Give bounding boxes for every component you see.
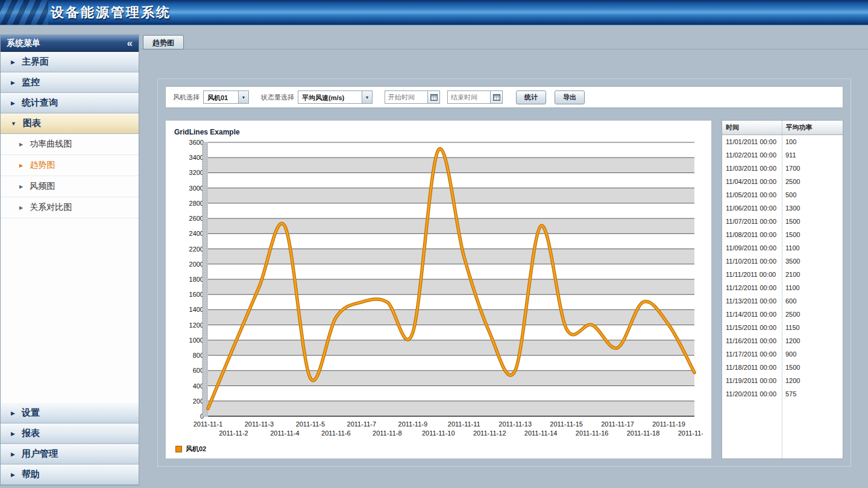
chevron-right-icon: ▶ <box>11 100 15 106</box>
table-row[interactable]: 11/04/2011 00:002500 <box>722 175 843 188</box>
chevron-right-icon: ▶ <box>11 410 15 416</box>
cell-power: 1200 <box>782 374 843 387</box>
chevron-right-icon: ▶ <box>19 163 23 168</box>
layout: 系统菜单 « ▶主界面▶监控▶统计查询▼图表 ▶功率曲线图▶趋势图▶风频图▶关系… <box>0 25 868 488</box>
sidebar-header: 系统菜单 « <box>1 35 139 52</box>
table-row[interactable]: 11/11/2011 00:002100 <box>722 268 843 281</box>
svg-text:2011-11-14: 2011-11-14 <box>524 429 558 437</box>
svg-text:2011-11-20: 2011-11-20 <box>678 429 703 437</box>
svg-text:800: 800 <box>193 352 204 359</box>
cell-time: 11/18/2011 00:00 <box>722 361 782 374</box>
sidebar-item-charts[interactable]: ▼图表 <box>1 113 139 134</box>
table-row[interactable]: 11/17/2011 00:00900 <box>722 347 843 361</box>
svg-text:1800: 1800 <box>189 276 204 283</box>
cell-power: 1150 <box>782 321 843 334</box>
svg-text:2011-11-8: 2011-11-8 <box>373 429 402 437</box>
column-header-power[interactable]: 平均功率 <box>782 121 843 135</box>
sidebar-item-wind-freq[interactable]: ▶风频图 <box>1 176 139 197</box>
calendar-glyph <box>430 94 438 101</box>
svg-text:2011-11-19: 2011-11-19 <box>652 420 685 428</box>
chart-title: GridLines Example <box>174 128 703 138</box>
cell-power: 1700 <box>782 162 843 175</box>
cell-time: 11/06/2011 00:00 <box>722 201 782 215</box>
cell-power: 900 <box>782 347 843 361</box>
sidebar-item-reports[interactable]: ▶报表 <box>1 423 139 444</box>
tab-trend-chart[interactable]: 趋势图 <box>143 35 184 49</box>
svg-text:2200: 2200 <box>189 246 204 253</box>
chart-canvas: 0200400600800100012001400160018002000220… <box>174 138 703 443</box>
collapse-sidebar-button[interactable]: « <box>127 38 133 48</box>
chevron-down-icon[interactable]: ▼ <box>238 91 248 103</box>
submenu-item-label: 功率曲线图 <box>30 139 72 150</box>
svg-text:3200: 3200 <box>189 169 204 176</box>
chevron-right-icon: ▶ <box>19 184 23 189</box>
sidebar-item-trend[interactable]: ▶趋势图 <box>1 155 139 176</box>
cell-time: 11/12/2011 00:00 <box>722 281 782 294</box>
caret-glyph: ▼ <box>365 95 370 100</box>
cell-power: 3500 <box>782 255 843 268</box>
table-row[interactable]: 11/15/2011 00:001150 <box>722 321 843 334</box>
cell-time: 11/14/2011 00:00 <box>722 308 782 321</box>
sidebar-item-stats-query[interactable]: ▶统计查询 <box>1 93 139 113</box>
table-row[interactable]: 11/13/2011 00:00600 <box>722 294 843 308</box>
calendar-glyph <box>493 94 500 101</box>
cell-power: 100 <box>782 135 843 148</box>
fan-select[interactable]: 风机01 ▼ <box>203 90 249 104</box>
chevron-right-icon: ▶ <box>11 80 15 86</box>
sidebar-item-relation-compare[interactable]: ▶关系对比图 <box>1 197 139 218</box>
status-select[interactable]: 平均风速(m/s) ▼ <box>298 90 373 104</box>
table-row[interactable]: 11/16/2011 00:001200 <box>722 334 843 347</box>
table-row[interactable]: 11/20/2011 00:00575 <box>722 387 843 401</box>
table-row[interactable]: 11/03/2011 00:001700 <box>722 162 843 175</box>
table-row[interactable]: 11/18/2011 00:001500 <box>722 361 843 374</box>
sidebar-item-monitor[interactable]: ▶监控 <box>1 72 139 93</box>
calendar-icon[interactable] <box>428 90 440 104</box>
cell-time: 11/01/2011 00:00 <box>722 135 782 148</box>
table-row[interactable]: 11/14/2011 00:002500 <box>722 308 843 321</box>
table-row[interactable]: 11/10/2011 00:003500 <box>722 255 843 268</box>
table-row[interactable]: 11/12/2011 00:001100 <box>722 281 843 294</box>
chevron-right-icon: ▶ <box>11 431 15 437</box>
chart-legend: 风机02 <box>174 443 703 455</box>
menu-item-label: 主界面 <box>22 56 49 68</box>
table-row[interactable]: 11/02/2011 00:00911 <box>722 148 843 162</box>
svg-text:2011-11-1: 2011-11-1 <box>193 420 223 428</box>
cell-time: 11/03/2011 00:00 <box>722 162 782 175</box>
sidebar-item-main[interactable]: ▶主界面 <box>1 52 139 72</box>
table-row[interactable]: 11/19/2011 00:001200 <box>722 374 843 387</box>
table-row[interactable]: 11/05/2011 00:00500 <box>722 188 843 201</box>
cell-power: 1300 <box>782 201 843 215</box>
legend-label: 风机02 <box>186 445 206 454</box>
table-row[interactable]: 11/06/2011 00:001300 <box>722 201 843 215</box>
end-time-input[interactable] <box>447 90 491 104</box>
column-header-time[interactable]: 时间 <box>722 121 782 135</box>
table-row[interactable]: 11/09/2011 00:001100 <box>722 241 843 255</box>
start-time-input[interactable] <box>385 90 428 104</box>
sidebar-submenu: ▶功率曲线图▶趋势图▶风频图▶关系对比图 <box>1 134 139 218</box>
sidebar-item-help[interactable]: ▶帮助 <box>1 464 139 485</box>
sidebar-item-settings[interactable]: ▶设置 <box>1 403 139 423</box>
sidebar-item-power-curve[interactable]: ▶功率曲线图 <box>1 134 139 155</box>
stat-button[interactable]: 统计 <box>516 90 546 104</box>
table-row[interactable]: 11/07/2011 00:001500 <box>722 215 843 228</box>
table-row[interactable]: 11/08/2011 00:001500 <box>722 228 843 241</box>
cell-power: 1500 <box>782 228 843 241</box>
sidebar-top-items: ▶主界面▶监控▶统计查询▼图表 <box>1 52 139 134</box>
cell-time: 11/19/2011 00:00 <box>722 374 782 387</box>
cell-power: 2500 <box>782 308 843 321</box>
cell-time: 11/17/2011 00:00 <box>722 347 782 361</box>
svg-text:2011-11-17: 2011-11-17 <box>601 420 634 428</box>
cell-power: 500 <box>782 188 843 201</box>
sidebar-item-user-mgmt[interactable]: ▶用户管理 <box>1 444 139 464</box>
calendar-icon[interactable] <box>491 90 503 104</box>
svg-text:200: 200 <box>193 398 204 405</box>
sidebar-title: 系统菜单 <box>7 38 40 49</box>
export-button[interactable]: 导出 <box>555 90 585 104</box>
status-select-label: 状态量选择 <box>261 93 294 102</box>
table-row[interactable]: 11/01/2011 00:00100 <box>722 135 843 148</box>
svg-text:1600: 1600 <box>189 291 204 298</box>
chevron-down-icon[interactable]: ▼ <box>362 91 372 103</box>
svg-text:2011-11-15: 2011-11-15 <box>550 420 583 428</box>
cell-time: 11/13/2011 00:00 <box>722 294 782 308</box>
caret-glyph: ▼ <box>242 95 246 100</box>
